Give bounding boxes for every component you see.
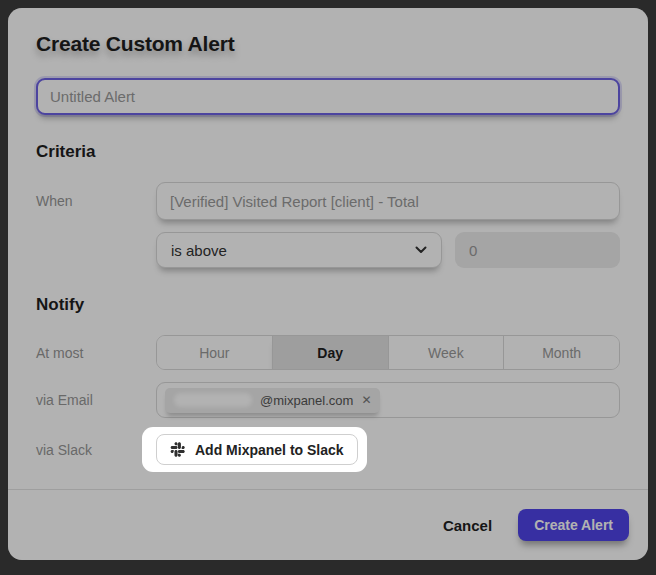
operator-row: is above — [36, 232, 620, 268]
chevron-down-icon — [415, 246, 427, 254]
at-most-label: At most — [36, 345, 156, 361]
when-row: When [Verified] Visited Report [client] … — [36, 182, 620, 220]
email-domain-text: @mixpanel.com — [260, 393, 353, 408]
via-email-label: via Email — [36, 392, 156, 408]
remove-email-icon[interactable]: ✕ — [361, 394, 371, 406]
email-recipient-chip: @mixpanel.com ✕ — [165, 388, 380, 413]
dialog-footer: Cancel Create Alert — [8, 489, 648, 560]
criteria-heading: Criteria — [36, 142, 620, 162]
slack-button-spotlight: Add Mixpanel to Slack — [142, 427, 367, 472]
frequency-option-day[interactable]: Day — [272, 336, 388, 369]
redacted-email-username — [174, 393, 252, 407]
create-alert-button[interactable]: Create Alert — [518, 509, 629, 541]
frequency-option-week[interactable]: Week — [388, 336, 504, 369]
add-mixpanel-to-slack-button[interactable]: Add Mixpanel to Slack — [156, 434, 358, 465]
threshold-input[interactable] — [455, 232, 620, 268]
email-recipients-field[interactable]: @mixpanel.com ✕ — [156, 382, 620, 418]
frequency-option-hour[interactable]: Hour — [157, 336, 272, 369]
alert-name-input[interactable] — [36, 78, 620, 115]
create-custom-alert-dialog: Create Custom Alert Criteria When [Verif… — [8, 8, 648, 560]
at-most-row: At most Hour Day Week Month — [36, 335, 620, 370]
operator-select[interactable]: is above — [156, 232, 442, 268]
event-select-field[interactable]: [Verified] Visited Report [client] - Tot… — [156, 182, 620, 220]
via-slack-label: via Slack — [36, 442, 156, 458]
frequency-option-month[interactable]: Month — [503, 336, 619, 369]
notify-heading: Notify — [36, 295, 620, 315]
frequency-segmented-control: Hour Day Week Month — [156, 335, 620, 370]
via-email-row: via Email @mixpanel.com ✕ — [36, 382, 620, 418]
slack-button-label: Add Mixpanel to Slack — [195, 442, 344, 458]
operator-value: is above — [171, 242, 227, 259]
dialog-title: Create Custom Alert — [36, 32, 620, 56]
slack-icon — [170, 442, 185, 457]
via-slack-row: via Slack Add Mixpanel to Slack — [36, 427, 620, 472]
dialog-body: Create Custom Alert Criteria When [Verif… — [8, 8, 648, 472]
when-label: When — [36, 193, 156, 209]
cancel-button[interactable]: Cancel — [443, 517, 492, 534]
